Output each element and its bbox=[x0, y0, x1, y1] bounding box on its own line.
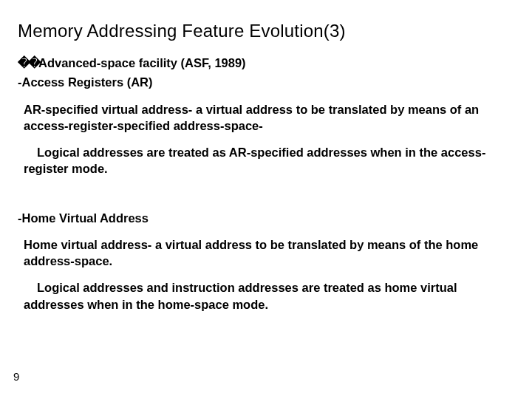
page-title: Memory Addressing Feature Evolution(3) bbox=[18, 21, 514, 41]
ar-logical-paragraph: Logical addresses are treated as AR-spec… bbox=[24, 144, 511, 177]
asf-label: Advanced-space facility bbox=[38, 56, 177, 69]
home-virtual-paragraph: Home virtual address- a virtual address … bbox=[24, 236, 511, 270]
bullet-icon: �� bbox=[18, 56, 38, 69]
page-number: 9 bbox=[13, 370, 19, 383]
ar-spec-paragraph: AR-specified virtual address- a virtual … bbox=[24, 101, 511, 134]
ar-line: -Access Registers (AR) bbox=[18, 74, 514, 90]
slide-page: Memory Addressing Feature Evolution(3) �… bbox=[0, 0, 532, 399]
hva-line: -Home Virtual Address bbox=[18, 210, 514, 226]
home-logical-paragraph: Logical addresses and instruction addres… bbox=[24, 279, 511, 313]
asf-line: ��Advanced-space facility (ASF, 1989) bbox=[18, 55, 514, 71]
asf-suffix: (ASF, 1989) bbox=[177, 56, 246, 69]
